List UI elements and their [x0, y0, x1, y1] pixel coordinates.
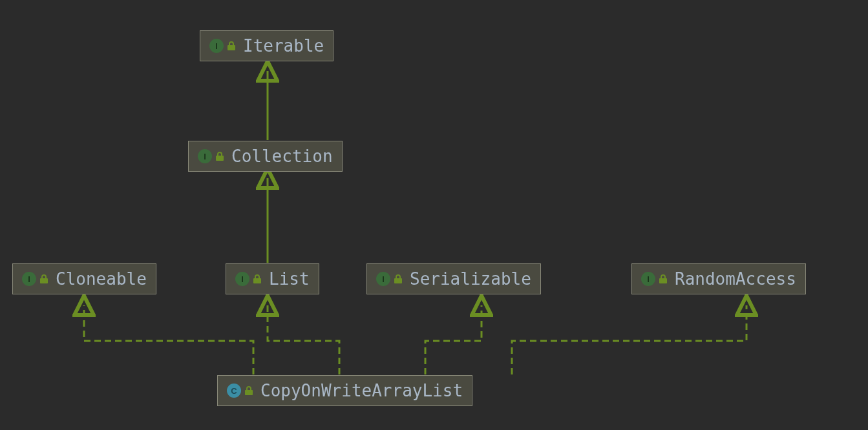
node-serializable[interactable]: I Serializable — [366, 263, 541, 294]
node-randomaccess[interactable]: I RandomAccess — [631, 263, 806, 294]
node-cloneable[interactable]: I Cloneable — [12, 263, 156, 294]
node-label: Serializable — [410, 269, 531, 289]
interface-icon: I — [376, 272, 390, 286]
node-label: Iterable — [243, 36, 324, 56]
node-label: CopyOnWriteArrayList — [260, 381, 463, 400]
node-list[interactable]: I List — [226, 263, 319, 294]
lock-icon — [245, 386, 253, 395]
class-icon: C — [227, 384, 241, 398]
lock-icon — [216, 152, 224, 161]
lock-icon — [253, 274, 261, 283]
connector-lines — [0, 0, 868, 430]
node-copyonwritearraylist[interactable]: C CopyOnWriteArrayList — [217, 375, 472, 406]
lock-icon — [394, 274, 402, 283]
node-label: Collection — [231, 147, 333, 166]
interface-icon: I — [235, 272, 249, 286]
node-collection[interactable]: I Collection — [188, 141, 343, 172]
lock-icon — [40, 274, 48, 283]
node-label: List — [269, 269, 310, 289]
node-label: Cloneable — [56, 269, 147, 289]
lock-icon — [659, 274, 667, 283]
lock-icon — [228, 41, 235, 50]
interface-icon: I — [198, 149, 212, 163]
interface-icon: I — [22, 272, 36, 286]
interface-icon: I — [641, 272, 655, 286]
node-iterable[interactable]: I Iterable — [200, 30, 333, 61]
interface-icon: I — [209, 39, 224, 53]
node-label: RandomAccess — [675, 269, 796, 289]
